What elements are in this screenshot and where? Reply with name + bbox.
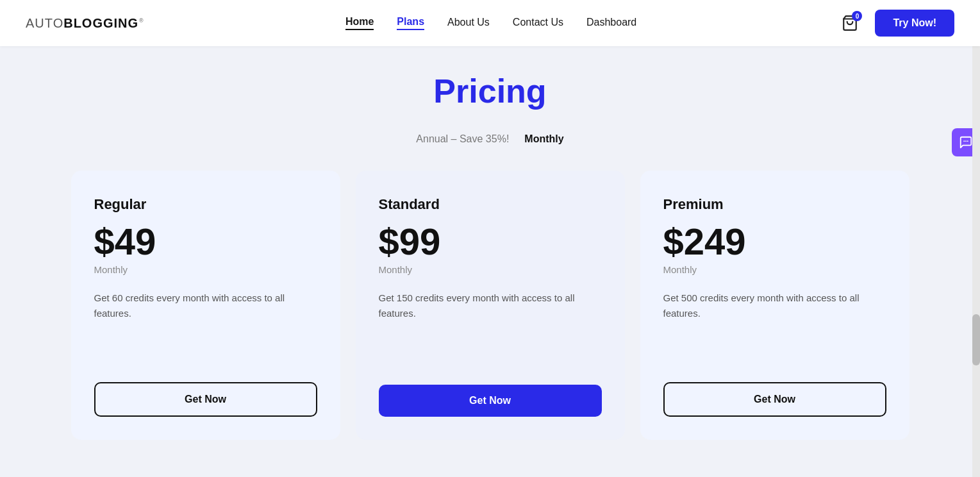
plan-billing-premium: Monthly <box>663 264 886 275</box>
plan-description-standard: Get 150 credits every month with access … <box>379 290 602 364</box>
plan-price-premium: $249 <box>663 223 886 260</box>
annual-toggle[interactable]: Annual – Save 35%! <box>416 133 509 145</box>
logo: AUTOBLOGGING® <box>26 16 144 31</box>
header: AUTOBLOGGING® Home Plans About Us Contac… <box>0 0 980 46</box>
scrollbar[interactable] <box>972 0 980 477</box>
nav-item-contact-us[interactable]: Contact Us <box>513 17 563 29</box>
svg-point-2 <box>965 140 967 142</box>
get-now-button-premium[interactable]: Get Now <box>663 382 886 417</box>
nav-item-plans[interactable]: Plans <box>397 16 424 30</box>
nav-item-home[interactable]: Home <box>345 16 374 30</box>
svg-point-1 <box>963 140 965 142</box>
plan-price-regular: $49 <box>94 223 317 260</box>
nav-item-dashboard[interactable]: Dashboard <box>586 17 636 29</box>
chat-icon <box>959 135 973 149</box>
plan-card-regular: Regular $49 Monthly Get 60 credits every… <box>71 171 340 440</box>
plan-card-premium: Premium $249 Monthly Get 500 credits eve… <box>640 171 909 440</box>
svg-point-3 <box>967 140 968 142</box>
header-actions: 0 Try Now! <box>838 10 954 37</box>
plan-name-standard: Standard <box>379 196 602 213</box>
nav-item-about-us[interactable]: About Us <box>447 17 490 29</box>
plan-description-regular: Get 60 credits every month with access t… <box>94 290 317 362</box>
plan-billing-regular: Monthly <box>94 264 317 275</box>
plan-description-premium: Get 500 credits every month with access … <box>663 290 886 362</box>
get-now-button-regular[interactable]: Get Now <box>94 382 317 417</box>
plan-card-standard: Standard $99 Monthly Get 150 credits eve… <box>356 171 625 440</box>
scrollbar-thumb[interactable] <box>972 314 980 365</box>
get-now-button-standard[interactable]: Get Now <box>379 385 602 417</box>
plan-name-regular: Regular <box>94 196 317 213</box>
plan-name-premium: Premium <box>663 196 886 213</box>
logo-text: AUTOBLOGGING® <box>26 16 144 31</box>
page-title: Pricing <box>51 72 929 110</box>
billing-toggle: Annual – Save 35%! Monthly <box>51 133 929 145</box>
plan-price-standard: $99 <box>379 223 602 260</box>
main-content: Pricing Annual – Save 35%! Monthly Regul… <box>0 46 980 477</box>
monthly-toggle[interactable]: Monthly <box>524 133 563 145</box>
try-now-button[interactable]: Try Now! <box>875 10 954 37</box>
pricing-cards: Regular $49 Monthly Get 60 credits every… <box>51 171 929 440</box>
cart-button[interactable]: 0 <box>838 11 862 35</box>
plan-billing-standard: Monthly <box>379 264 602 275</box>
main-nav: Home Plans About Us Contact Us Dashboard <box>345 16 636 30</box>
cart-badge: 0 <box>852 11 862 21</box>
